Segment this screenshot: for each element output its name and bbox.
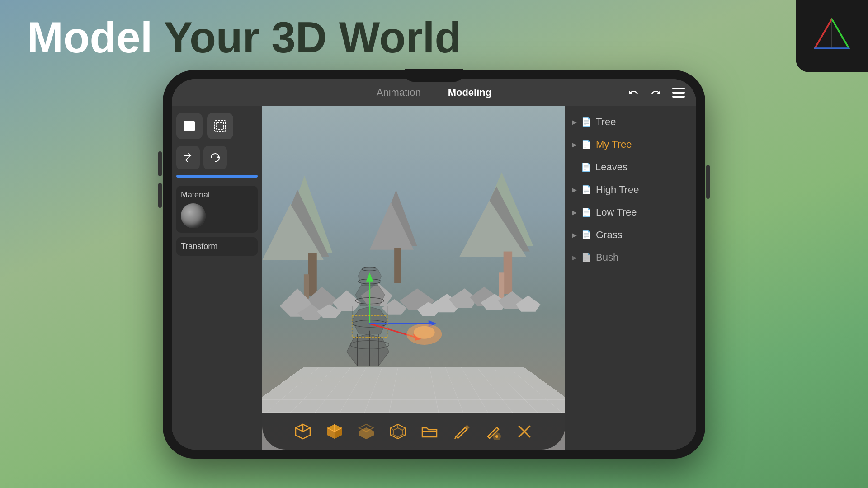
scene-svg [262,106,565,450]
tree-arrow-mytree: ▶ [572,141,577,148]
tree-label-lowtree: Low Tree [596,206,637,218]
tree-item-hightree[interactable]: ▶ 📄 High Tree [565,178,696,201]
tree-icon-mytree: 📄 [581,140,591,150]
volume-up-button [158,151,162,176]
svg-line-81 [391,435,393,435]
svg-rect-8 [184,121,195,131]
tree-arrow-bush: ▶ [572,254,577,261]
tab-modeling[interactable]: Modeling [448,87,492,99]
undo-button[interactable] [625,84,642,101]
tree-label-hightree: High Tree [596,184,639,196]
svg-rect-23 [394,248,401,283]
rotate-button[interactable] [203,146,227,169]
tree-icon-bush: 📄 [581,253,591,263]
solid-mode-button[interactable] [176,113,203,139]
transform-row [176,146,258,169]
tree-item-leaves[interactable]: 📄 Leaves [565,156,696,178]
tree-label-mytree: My Tree [596,139,632,150]
app-content: Material Transform [172,106,696,450]
tree-label-bush: Bush [596,252,618,263]
tree-icon-lowtree: 📄 [581,207,591,217]
topbar-icons [625,84,687,101]
svg-marker-39 [347,334,389,366]
tree-label-leaves: Leaves [595,161,627,173]
svg-rect-7 [672,96,685,98]
tree-item-bush[interactable]: ▶ 📄 Bush [565,246,696,269]
phone-screen: Animation Modeling [172,79,696,450]
tree-icon-leaves: 📄 [581,162,591,172]
svg-line-80 [402,435,405,435]
toolbar-close-button[interactable] [512,419,537,444]
arc-indicator [176,175,258,178]
bottom-toolbar [262,413,565,450]
tab-animation[interactable]: Animation [377,87,421,99]
tree-icon-hightree: 📄 [581,185,591,195]
tree-item-lowtree[interactable]: ▶ 📄 Low Tree [565,201,696,224]
svg-marker-76 [393,428,402,437]
svg-line-64 [303,428,310,432]
app-logo [811,16,852,56]
svg-line-1 [815,19,832,48]
app-topbar: Animation Modeling [172,79,696,106]
tree-label-tree: Tree [596,116,616,128]
right-panel: ▶ 📄 Tree ▶ 📄 My Tree 📄 Leaves [565,106,696,450]
svg-line-65 [296,428,303,432]
toolbar-pencil-alt-button[interactable] [481,419,505,444]
tree-item-mytree[interactable]: ▶ 📄 My Tree [565,133,696,156]
mode-buttons [176,113,258,139]
toolbar-wire-cube-button[interactable] [386,419,410,444]
material-label: Material [181,190,253,200]
svg-rect-14 [308,253,316,295]
phone-body: Animation Modeling [163,70,705,459]
main-title: Model Your 3D World [27,14,461,61]
menu-button[interactable] [670,84,687,101]
logo-container [796,0,868,72]
swap-button[interactable] [176,146,200,169]
phone-mockup: Animation Modeling [163,70,705,459]
power-button [706,165,710,199]
title-model: Model [27,13,152,61]
svg-rect-20 [499,272,505,300]
svg-line-2 [832,19,849,48]
tree-arrow-hightree: ▶ [572,186,577,193]
title-rest: Your 3D World [152,13,461,61]
redo-button[interactable] [647,84,665,101]
toolbar-cube-solid-button[interactable] [322,419,347,444]
svg-rect-6 [672,92,685,94]
svg-rect-10 [217,122,224,130]
svg-marker-73 [359,428,373,439]
material-sphere[interactable] [181,203,206,228]
toolbar-folder-button[interactable] [417,419,442,444]
tree-icon-tree: 📄 [581,117,591,127]
tree-arrow-lowtree: ▶ [572,209,577,216]
phone-notch [405,69,463,82]
3d-viewport[interactable] [262,106,565,450]
transform-label: Transform [181,242,253,251]
toolbar-cube-outline-button[interactable] [291,419,316,444]
transform-section: Transform [176,237,258,256]
svg-line-84 [455,436,456,439]
svg-rect-5 [672,88,685,89]
material-section: Material [176,186,258,233]
svg-point-86 [495,435,498,438]
toolbar-pencil-button[interactable] [449,419,474,444]
tree-item-tree[interactable]: ▶ 📄 Tree [565,111,696,133]
tree-arrow-grass: ▶ [572,231,577,239]
svg-point-61 [414,326,435,339]
left-panel: Material Transform [172,106,262,450]
wireframe-mode-button[interactable] [207,113,233,139]
svg-rect-19 [504,252,512,294]
tree-arrow-tree: ▶ [572,118,577,126]
tree-icon-grass: 📄 [581,230,591,240]
tree-label-grass: Grass [596,229,623,241]
tree-item-grass[interactable]: ▶ 📄 Grass [565,224,696,246]
volume-down-button [158,183,162,208]
toolbar-half-cube-button[interactable] [354,419,379,444]
